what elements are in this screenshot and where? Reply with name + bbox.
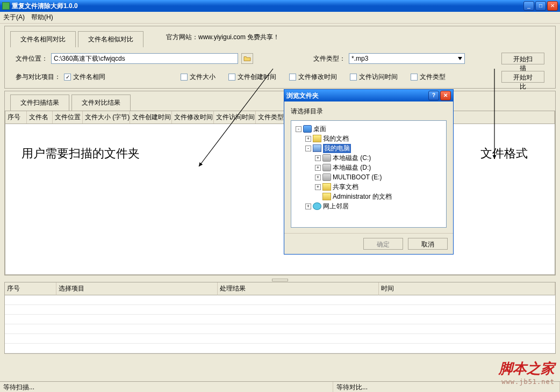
folder-tree[interactable]: -桌面 +我的文档 -我的电脑 +本地磁盘 (C:) +本地磁盘 (D:) +M… <box>291 120 447 228</box>
minimize-button[interactable]: _ <box>523 1 534 11</box>
tree-diskd[interactable]: 本地磁盘 (D:) <box>333 163 371 172</box>
col-index[interactable]: 序号 <box>5 111 27 124</box>
config-panel: 文件名相同对比 文件名相似对比 官方网站：www.yiyigui.com 免费共… <box>4 26 556 89</box>
start-compare-button[interactable]: 开始对比 <box>501 71 544 83</box>
check-atime[interactable]: 文件访问时间 <box>350 72 398 82</box>
annotation-right: 文件格式 <box>480 146 528 162</box>
col-size[interactable]: 文件大小 (字节) <box>83 111 130 124</box>
disk-icon <box>322 164 331 171</box>
check-size[interactable]: 文件大小 <box>181 72 216 82</box>
lcol-select[interactable]: 选择项目 <box>56 282 218 295</box>
tree-shared[interactable]: 共享文档 <box>333 183 358 192</box>
expand-icon[interactable]: - <box>305 146 311 151</box>
results-table-body: 用户需要扫描的文件夹 文件格式 <box>5 124 555 274</box>
compare-items-label: 参与对比项目： <box>16 72 61 82</box>
col-ctime[interactable]: 文件创建时间 <box>130 111 172 124</box>
watermark-text: 脚本之家 <box>499 359 555 378</box>
annotation-left: 用户需要扫描的文件夹 <box>21 146 140 162</box>
close-button[interactable]: ✕ <box>547 1 558 11</box>
dialog-cancel-button[interactable]: 取消 <box>408 238 448 250</box>
col-name[interactable]: 文件名 <box>27 111 53 124</box>
watermark: 脚本之家 www.jb51.net <box>499 359 555 386</box>
disk-icon <box>322 173 331 181</box>
browse-button[interactable] <box>241 53 253 64</box>
expand-icon[interactable]: + <box>305 136 311 142</box>
official-site-text: 官方网站：www.yiyigui.com 免费共享！ <box>151 26 279 47</box>
tree-mycomputer[interactable]: 我的电脑 <box>323 144 351 153</box>
browse-folder-dialog: 浏览文件夹 ? ✕ 请选择目录 -桌面 +我的文档 -我的电脑 +本地磁盘 (C… <box>284 89 454 255</box>
folder-icon <box>313 135 321 142</box>
folder-icon <box>322 183 331 191</box>
expand-icon[interactable]: - <box>296 126 301 132</box>
tab-scan-results[interactable]: 文件扫描结果 <box>10 95 69 111</box>
check-type[interactable]: 文件类型 <box>411 72 446 82</box>
expand-icon[interactable]: + <box>305 204 311 209</box>
chevron-down-icon <box>458 57 462 60</box>
statusbar: 等待扫描... 等待对比... <box>0 381 560 392</box>
dialog-close-button[interactable]: ✕ <box>440 91 451 100</box>
start-scan-button[interactable]: 开始扫描 <box>501 53 544 64</box>
dialog-title: 浏览文件夹 <box>286 91 428 100</box>
location-label: 文件位置： <box>16 54 48 63</box>
type-label: 文件类型： <box>313 54 346 63</box>
lower-table-body <box>5 295 555 353</box>
splitter[interactable] <box>4 278 556 282</box>
folder-icon <box>243 55 251 62</box>
results-table-header: 序号 文件名 文件位置 文件大小 (字节) 文件创建时间 文件修改时间 文件访问… <box>5 111 555 124</box>
col-atime[interactable]: 文件访问时间 <box>214 111 256 124</box>
tab-similar-name[interactable]: 文件名相似对比 <box>78 31 143 47</box>
computer-icon <box>313 144 321 152</box>
tree-network[interactable]: 网上邻居 <box>323 202 349 211</box>
lcol-result[interactable]: 处理结果 <box>218 282 379 295</box>
app-icon <box>2 2 10 10</box>
window-title: 重复文件清除大师1.0.0 <box>12 2 523 11</box>
dialog-help-button[interactable]: ? <box>428 91 439 100</box>
expand-icon[interactable]: + <box>315 184 321 190</box>
check-ctime[interactable]: 文件创建时间 <box>228 72 276 82</box>
tree-mydocs[interactable]: 我的文档 <box>323 134 349 143</box>
maximize-button[interactable]: □ <box>535 1 546 11</box>
disk-icon <box>322 154 331 162</box>
menu-about[interactable]: 关于(A) <box>3 13 25 22</box>
lcol-time[interactable]: 时间 <box>379 282 555 295</box>
expand-icon[interactable]: + <box>315 175 321 180</box>
location-input[interactable] <box>51 53 238 64</box>
dialog-instruction: 请选择目录 <box>291 107 447 116</box>
menu-help[interactable]: 帮助(H) <box>31 13 53 22</box>
lcol-index[interactable]: 序号 <box>5 282 56 295</box>
network-icon <box>313 202 321 210</box>
expand-icon[interactable]: + <box>315 155 321 161</box>
desktop-icon <box>303 125 312 133</box>
tab-compare-results[interactable]: 文件对比结果 <box>71 95 131 111</box>
dialog-ok-button[interactable]: 确定 <box>363 238 403 250</box>
tree-multiboot[interactable]: MULTIBOOT (E:) <box>333 173 382 181</box>
tree-admindoc[interactable]: Administrator 的文档 <box>333 192 392 201</box>
menubar: 关于(A) 帮助(H) <box>0 12 560 24</box>
type-value: *.mp3 <box>351 55 368 62</box>
col-location[interactable]: 文件位置 <box>53 111 83 124</box>
col-mtime[interactable]: 文件修改时间 <box>172 111 214 124</box>
status-left: 等待扫描... <box>0 382 333 392</box>
tree-diskc[interactable]: 本地磁盘 (C:) <box>333 154 371 163</box>
watermark-url: www.jb51.net <box>499 378 555 386</box>
type-combo[interactable]: *.mp3 <box>349 53 465 64</box>
folder-icon <box>322 193 331 200</box>
check-mtime[interactable]: 文件修改时间 <box>289 72 337 82</box>
check-name[interactable]: ✓文件名相同 <box>64 72 105 82</box>
expand-icon[interactable]: + <box>315 165 321 171</box>
lower-table: 序号 选择项目 处理结果 时间 <box>4 282 556 354</box>
tree-desktop[interactable]: 桌面 <box>313 125 326 134</box>
tab-same-name[interactable]: 文件名相同对比 <box>10 31 76 47</box>
titlebar: 重复文件清除大师1.0.0 _ □ ✕ <box>0 0 560 12</box>
results-panel: 文件扫描结果 文件对比结果 序号 文件名 文件位置 文件大小 (字节) 文件创建… <box>4 91 556 275</box>
